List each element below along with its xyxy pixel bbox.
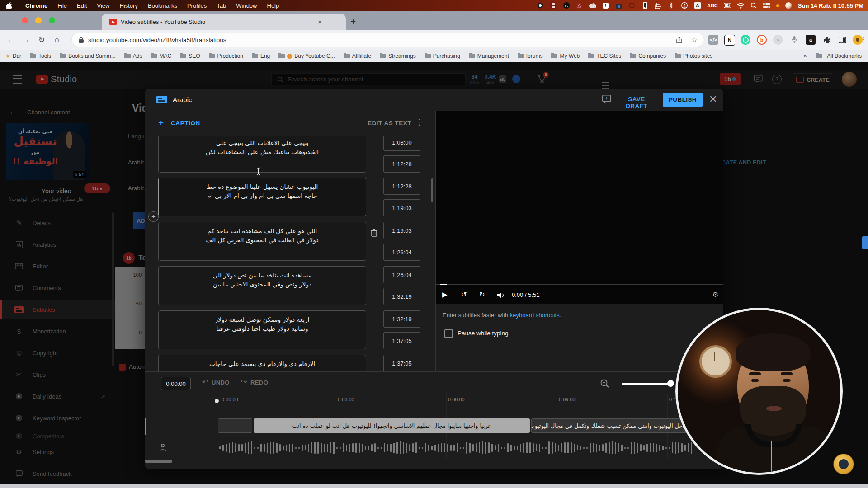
back-icon[interactable]: ← <box>5 34 16 45</box>
menu-chrome[interactable]: Chrome <box>25 2 47 9</box>
apple-icon[interactable] <box>6 2 12 9</box>
pause-while-typing-checkbox[interactable] <box>444 329 453 338</box>
caption-text-box[interactable]: اللي هو على كل الف مشاهده انت بتاخد كمدو… <box>158 222 366 261</box>
bookmark-item[interactable]: Photos sites <box>675 53 712 59</box>
share-icon[interactable] <box>674 34 684 45</box>
caption-text-box[interactable]: مشاهده انت بتاخد ما بين نص دولار الىدولا… <box>158 266 366 305</box>
mic-icon[interactable] <box>789 35 799 45</box>
extension-edge-tab[interactable] <box>862 236 868 249</box>
browser-tab[interactable]: Video subtitles - YouTube Studio × <box>102 14 346 30</box>
new-tab-button[interactable]: + <box>350 17 356 26</box>
menu-window[interactable]: Window <box>236 2 257 9</box>
bookmark-star-icon[interactable]: ☆ <box>689 34 700 45</box>
caption-text-box[interactable]: اربعه دولار وممكن توصل لسبعه دولاروتماني… <box>158 310 366 349</box>
player-settings-gear-icon[interactable]: ⚙ <box>712 291 718 299</box>
briefcase-app-icon[interactable] <box>615 2 623 9</box>
bluetooth-icon[interactable] <box>668 2 675 9</box>
bookmark-item[interactable]: My Web <box>551 53 580 59</box>
phone-app-icon[interactable] <box>642 2 649 9</box>
bookmark-item[interactable]: Management <box>469 53 509 59</box>
caption-list-scrollbar[interactable] <box>431 178 433 202</box>
edit-as-text-button[interactable]: EDIT AS TEXT <box>339 120 411 127</box>
bookmarks-overflow-icon[interactable]: » <box>804 53 807 59</box>
warning-app-icon[interactable]: ! <box>602 2 609 9</box>
copy-windows-icon[interactable] <box>655 2 662 9</box>
subtitle-segment-light[interactable]: عربيا واجنبيا سايبوا مجال عملهم الاساسي … <box>254 418 530 433</box>
ext-code-icon[interactable]: </> <box>708 35 718 45</box>
subtitle-segment[interactable]: من داخل اليوتيوب وامتى ممكن تسيب شغلك وت… <box>531 418 687 433</box>
timeline-ruler[interactable]: 0:00:00 0:03:00 0:06:00 0:09:00 0:12:00 <box>145 393 723 407</box>
forward-10-icon[interactable]: ↻ <box>479 291 485 299</box>
control-center-icon[interactable] <box>763 2 770 9</box>
bookmark-item[interactable]: SEO <box>180 53 200 59</box>
dashed-box-icon[interactable] <box>628 2 636 9</box>
browser-menu-kebab-icon[interactable]: ⋮ <box>858 34 868 45</box>
url-text[interactable]: studio.youtube.com/video/nZIBvhsIa58/tra… <box>88 37 226 43</box>
zoom-slider-handle[interactable] <box>667 380 674 387</box>
add-caption-button[interactable]: CAPTION <box>171 120 200 127</box>
bookmark-item[interactable]: Purchasing <box>425 53 460 59</box>
bookmark-item[interactable]: Afffiliate <box>344 53 371 59</box>
bookmark-item[interactable]: TEC Sites <box>588 53 621 59</box>
close-icon[interactable]: ✕ <box>709 94 717 105</box>
add-caption-plus-icon[interactable]: + <box>158 117 164 128</box>
timeline-hscrollbar[interactable] <box>145 460 172 463</box>
bookmark-item[interactable]: Production <box>209 53 243 59</box>
bookmark-item[interactable]: forums <box>518 53 543 59</box>
extensions-puzzle-icon[interactable] <box>822 35 832 45</box>
undo-button[interactable]: UNDO <box>212 379 230 386</box>
play-icon[interactable]: ▶ <box>442 291 448 299</box>
save-draft-button[interactable]: SAVE DRAFT <box>617 96 656 109</box>
g-app-icon[interactable]: G <box>563 2 570 9</box>
ext-link-icon[interactable]: ⌁ <box>773 35 783 45</box>
cloud-x-icon[interactable]: × <box>589 2 596 9</box>
caption-end-time[interactable]: 1:26:04 <box>383 244 420 261</box>
insert-caption-button[interactable]: + <box>148 211 159 222</box>
caption-end-time[interactable]: 1:19:03 <box>383 199 420 216</box>
menu-history[interactable]: History <box>119 2 137 9</box>
film-app-icon[interactable] <box>550 2 557 9</box>
menu-view[interactable]: View <box>97 2 109 9</box>
abc-input-icon[interactable]: ABC <box>707 3 718 8</box>
forward-icon[interactable]: → <box>21 34 32 45</box>
timeline-zoom-slider[interactable] <box>622 383 674 385</box>
home-icon[interactable]: ⌂ <box>52 34 62 45</box>
bookmark-item[interactable]: Buy Youtube C... <box>278 53 335 59</box>
spotlight-search-icon[interactable] <box>750 2 757 9</box>
caption-end-time[interactable]: 1:37:05 <box>383 332 420 349</box>
zoom-out-icon[interactable] <box>600 379 609 388</box>
bookmark-item[interactable]: MAC <box>151 53 172 59</box>
publish-button[interactable]: PUBLISH <box>663 93 703 107</box>
rewind-10-icon[interactable]: ↺ <box>461 291 467 299</box>
window-zoom-button[interactable] <box>49 17 55 23</box>
caption-start-time[interactable]: 1:12:28 <box>383 178 420 195</box>
caption-start-time[interactable]: 1:19:03 <box>383 222 420 239</box>
window-minimize-button[interactable] <box>35 17 42 23</box>
timecode-input[interactable]: 0:00:00 <box>161 377 191 390</box>
window-close-button[interactable] <box>22 17 28 23</box>
menu-edit[interactable]: Edit <box>77 2 87 9</box>
caption-menu-kebab-icon[interactable]: ⋮ <box>415 117 423 127</box>
input-source-icon[interactable]: A <box>694 2 701 9</box>
bookmark-item[interactable]: Streamings <box>380 53 416 59</box>
keyboard-shortcuts-link[interactable]: keyboard shortcuts. <box>510 312 561 319</box>
volume-icon[interactable] <box>497 292 505 299</box>
caption-end-time[interactable]: 1:12:28 <box>383 155 420 173</box>
caption-text-box[interactable]: الارقام دي والارقام دي بتعتمد على حاجات <box>158 355 366 371</box>
wifi-icon[interactable] <box>737 2 744 9</box>
bookmark-item[interactable]: Books and Summ... <box>60 53 116 59</box>
bookmark-item[interactable]: Eng <box>252 53 270 59</box>
caption-start-time[interactable]: 1:26:04 <box>383 266 420 283</box>
all-bookmarks[interactable]: All Bookmarks <box>827 53 862 59</box>
person-circle-icon[interactable] <box>681 2 688 9</box>
caption-text-box[interactable]: اليوتيوب عشان يسهل علينا الموضوع ده حطحا… <box>158 178 366 216</box>
menu-file[interactable]: File <box>57 2 67 9</box>
player-progress-bar[interactable] <box>436 284 723 285</box>
reload-icon[interactable]: ↻ <box>36 34 47 45</box>
menu-help[interactable]: Help <box>267 2 279 9</box>
caption-text-box[interactable]: بتيجي على الاعلانات اللي بتيجي علىالفيدي… <box>158 136 366 173</box>
subtitle-segment[interactable] <box>218 418 252 433</box>
caption-start-time[interactable]: 1:37:05 <box>383 355 420 371</box>
menu-bookmarks[interactable]: Bookmarks <box>148 2 177 9</box>
record-icon[interactable] <box>537 2 544 9</box>
